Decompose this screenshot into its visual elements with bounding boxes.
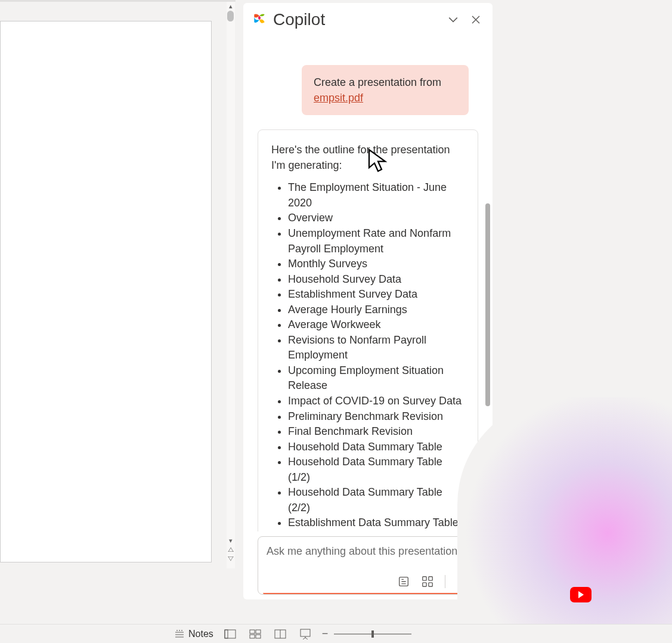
slideshow-button[interactable] <box>298 628 312 640</box>
chevron-down-icon <box>448 14 459 25</box>
ai-intro-text: Here's the outline for the presentation … <box>271 142 464 173</box>
slide-canvas[interactable] <box>0 21 212 562</box>
scroll-up-icon[interactable]: ▴ <box>227 2 235 10</box>
list-item: Household Data Summary Table (2/2) <box>288 485 464 515</box>
svg-rect-6 <box>225 630 236 638</box>
normal-view-button[interactable] <box>223 628 237 640</box>
chat-scrollbar-thumb[interactable] <box>485 203 490 406</box>
slide-scrollbar-track[interactable]: ▴ <box>227 2 235 568</box>
list-item: Overview <box>288 211 464 226</box>
close-icon <box>471 15 481 24</box>
svg-rect-3 <box>423 583 426 586</box>
list-item: Establishment Survey Data <box>288 287 464 302</box>
close-button[interactable] <box>467 11 484 28</box>
chat-area: Create a presentation from empsit.pdf He… <box>243 36 493 531</box>
zoom-out-button[interactable]: − <box>322 627 329 640</box>
reading-view-button[interactable] <box>273 628 287 640</box>
svg-rect-2 <box>429 577 432 580</box>
next-slide-icon[interactable]: ⧍ <box>228 555 234 562</box>
status-bar: Notes − <box>0 624 672 643</box>
svg-rect-8 <box>250 630 255 633</box>
list-item: Preliminary Benchmark Revision <box>288 409 464 425</box>
slide-nav-arrows: ▾ ⧍ ⧍ <box>227 537 235 562</box>
copilot-panel: Copilot Create a presentation from empsi… <box>243 3 493 599</box>
list-item: Monthly Surveys <box>288 256 464 272</box>
prompt-guide-icon[interactable] <box>397 575 410 588</box>
list-item: Upcoming Employment Situation Release <box>288 363 464 394</box>
zoom-slider-thumb[interactable] <box>371 630 374 638</box>
list-item: Unemployment Rate and Nonfarm Payroll Em… <box>288 226 464 256</box>
list-item: Final Benchmark Revision <box>288 424 464 440</box>
chat-input[interactable] <box>267 545 469 558</box>
list-item: Average Hourly Earnings <box>288 302 464 318</box>
collapse-button[interactable] <box>445 11 462 28</box>
svg-rect-7 <box>225 630 228 638</box>
copilot-header: Copilot <box>243 3 493 36</box>
svg-rect-1 <box>423 577 426 580</box>
zoom-slider[interactable] <box>334 633 411 635</box>
svg-rect-10 <box>250 635 255 638</box>
notes-icon <box>174 629 185 639</box>
previous-slide-icon[interactable]: ⧍ <box>228 546 234 554</box>
list-item: Impact of COVID-19 on Survey Data <box>288 394 464 409</box>
svg-rect-4 <box>429 583 432 586</box>
list-item: Employment by Selected Industry <box>288 531 464 531</box>
input-focus-underline <box>263 593 473 594</box>
svg-rect-9 <box>256 630 261 633</box>
scroll-down-icon[interactable]: ▾ <box>229 537 233 545</box>
list-item: The Employment Situation - June 2020 <box>288 180 464 211</box>
list-item: Household Survey Data <box>288 272 464 288</box>
apps-icon[interactable] <box>421 575 434 588</box>
notes-label: Notes <box>188 629 213 639</box>
list-item: Household Data Summary Table (1/2) <box>288 455 464 485</box>
slide-sorter-button[interactable] <box>248 628 262 640</box>
list-item: Establishment Data Summary Table <box>288 515 464 531</box>
ai-message: Here's the outline for the presentation … <box>258 129 478 531</box>
list-item: Average Workweek <box>288 317 464 333</box>
zoom-control: − <box>322 627 412 640</box>
chat-input-box <box>258 536 478 595</box>
svg-rect-11 <box>256 635 261 638</box>
toolbar-divider <box>445 575 445 588</box>
notes-button[interactable]: Notes <box>174 629 213 639</box>
list-item: Revisions to Nonfarm Payroll Employment <box>288 333 464 363</box>
user-message-text: Create a presentation from <box>314 76 441 88</box>
svg-rect-13 <box>301 629 310 636</box>
view-buttons <box>223 628 312 640</box>
copilot-logo-icon <box>252 12 267 27</box>
user-message: Create a presentation from empsit.pdf <box>302 65 469 115</box>
list-item: Household Data Summary Table <box>288 440 464 455</box>
webcam-overlay <box>457 397 672 624</box>
youtube-icon <box>570 587 592 602</box>
attachment-link[interactable]: empsit.pdf <box>314 92 363 104</box>
copilot-title: Copilot <box>273 10 439 29</box>
ribbon-divider <box>0 0 236 2</box>
slide-scrollbar-thumb[interactable] <box>227 11 234 21</box>
outline-list: The Employment Situation - June 2020 Ove… <box>271 180 464 531</box>
